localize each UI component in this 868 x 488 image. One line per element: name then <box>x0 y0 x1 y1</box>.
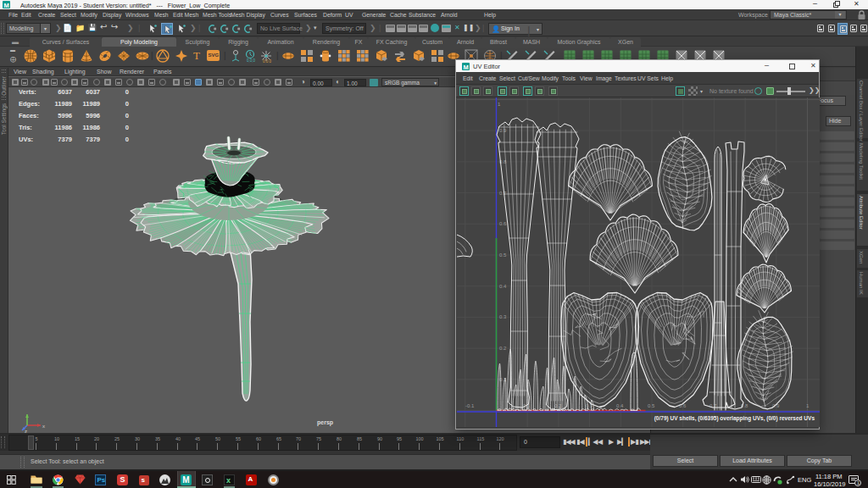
svg-text:M: M <box>463 63 468 70</box>
svg-text:0.6: 0.6 <box>499 221 507 226</box>
svg-text:0.7: 0.7 <box>499 191 507 196</box>
svg-text:0,0,0: 0,0,0 <box>247 58 256 63</box>
svg-text:M: M <box>182 475 189 485</box>
svg-text:0.4: 0.4 <box>499 284 507 289</box>
svg-text:M: M <box>3 2 8 9</box>
svg-text:0.9: 0.9 <box>499 128 507 133</box>
svg-text:0.5: 0.5 <box>648 403 655 408</box>
svg-text:0.3: 0.3 <box>499 314 507 319</box>
svg-text:x: x <box>42 424 45 429</box>
svg-text:0.2: 0.2 <box>499 346 507 351</box>
svg-text:0.4: 0.4 <box>616 403 624 408</box>
svg-text:0.5: 0.5 <box>499 252 507 258</box>
svg-text:0,0,0: 0,0,0 <box>263 59 272 64</box>
svg-text:0.2: 0.2 <box>554 403 562 408</box>
svg-text:-0.1: -0.1 <box>465 403 475 408</box>
